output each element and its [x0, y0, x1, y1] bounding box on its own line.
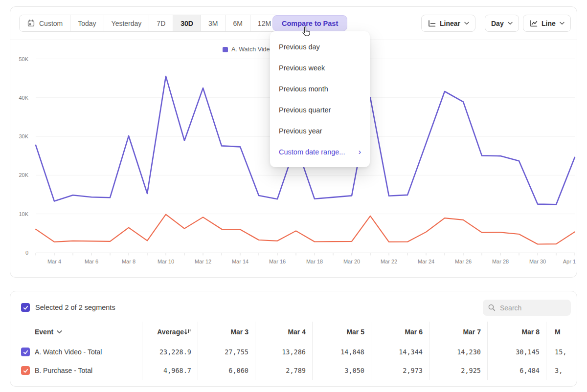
table-row: A. Watch Video - Total23,228.927,75513,2…: [10, 343, 577, 361]
range-label: Custom: [39, 20, 63, 27]
range-label: 30D: [181, 20, 193, 27]
chevron-right-icon: ›: [359, 148, 361, 156]
value-cell: 3,: [546, 367, 577, 374]
chevron-down-icon: [560, 22, 564, 25]
event-label: B. Purchase - Total: [35, 367, 92, 374]
chevron-down-icon: [57, 330, 62, 334]
column-header-average[interactable]: Average: [142, 328, 198, 336]
column-header-label: Average: [157, 328, 184, 336]
value-cell: 6,484: [487, 367, 546, 374]
value-cell: 3,050: [312, 367, 371, 374]
column-header-m[interactable]: M: [546, 328, 577, 336]
menu-item-previous-year[interactable]: Previous year: [270, 120, 370, 141]
range-label: 3M: [208, 20, 218, 27]
column-header-mar-4[interactable]: Mar 4: [255, 328, 312, 336]
value-cell: 6,060: [198, 367, 255, 374]
value-cell: 30,145: [487, 348, 546, 356]
column-header-label: Mar 7: [463, 328, 481, 336]
day-dropdown[interactable]: Day: [485, 15, 519, 32]
range-label: Yesterday: [112, 20, 142, 27]
linear-label: Linear: [440, 20, 460, 27]
column-separator: [487, 322, 488, 380]
range-button-custom[interactable]: Custom: [20, 15, 70, 31]
compare-to-past-button[interactable]: Compare to Past: [272, 15, 347, 31]
column-header-mar-8[interactable]: Mar 8: [487, 328, 546, 336]
row-checkbox[interactable]: [21, 366, 30, 375]
range-button-3m[interactable]: 3M: [201, 15, 226, 31]
search-icon: [488, 304, 496, 312]
column-separator: [255, 322, 255, 380]
value-cell: 2,925: [429, 367, 487, 374]
column-header-label: Mar 4: [288, 328, 306, 336]
value-cell: 14,230: [429, 348, 487, 356]
value-cell: 23,228.9: [142, 348, 198, 356]
line-chart-icon: [529, 20, 538, 27]
column-header-mar-5[interactable]: Mar 5: [312, 328, 371, 336]
select-all-checkbox[interactable]: [21, 303, 30, 312]
menu-item-previous-day[interactable]: Previous day: [270, 36, 370, 57]
value-cell: 2,789: [255, 367, 312, 374]
column-separator: [142, 322, 142, 380]
range-button-7d[interactable]: 7D: [149, 15, 173, 31]
line-chart-type-dropdown[interactable]: Line: [523, 15, 571, 32]
menu-item-previous-quarter[interactable]: Previous quarter: [270, 99, 370, 120]
chevron-down-icon: [508, 22, 513, 25]
custom-date-range-label: Custom date range...: [279, 148, 345, 156]
column-separator: [312, 322, 313, 380]
line-label: Line: [542, 20, 556, 27]
column-header-mar-6[interactable]: Mar 6: [371, 328, 429, 336]
range-label: Today: [78, 20, 96, 27]
range-button-today[interactable]: Today: [70, 15, 104, 31]
value-cell: 2,973: [371, 367, 429, 374]
column-header-label: Mar 6: [405, 328, 423, 336]
column-separator: [546, 322, 546, 380]
event-column-header[interactable]: Event: [10, 328, 142, 336]
date-range-group: CustomTodayYesterday7D30D3M6M12M: [19, 15, 279, 32]
menu-item-previous-week[interactable]: Previous week: [270, 57, 370, 78]
legend-swatch: [223, 47, 228, 52]
column-header-label: Mar 3: [230, 328, 248, 336]
compare-to-past-menu: Previous dayPrevious weekPrevious monthP…: [270, 31, 370, 167]
segments-header: Selected 2 of 2 segments: [10, 291, 577, 321]
day-label: Day: [491, 20, 504, 27]
range-button-yesterday[interactable]: Yesterday: [104, 15, 150, 31]
column-header-label: Event: [35, 328, 53, 336]
value-cell: 27,755: [198, 348, 255, 356]
column-separator: [429, 322, 429, 380]
range-label: 6M: [233, 20, 242, 27]
table-header-row: EventAverageMar 3Mar 4Mar 5Mar 6Mar 7Mar…: [10, 324, 577, 340]
column-header-label: Mar 8: [521, 328, 540, 336]
menu-item-previous-month[interactable]: Previous month: [270, 78, 370, 99]
range-button-30d[interactable]: 30D: [173, 15, 201, 31]
column-separator: [371, 322, 371, 380]
compare-to-past-label: Compare to Past: [282, 20, 338, 27]
event-cell: B. Purchase - Total: [10, 366, 142, 375]
menu-item-custom-date-range[interactable]: Custom date range... ›: [270, 141, 370, 162]
search-box: [483, 300, 571, 316]
range-label: 7D: [157, 20, 165, 27]
range-label: 12M: [258, 20, 271, 27]
event-cell: A. Watch Video - Total: [10, 348, 142, 356]
column-separator: [198, 322, 198, 380]
check-icon: [23, 305, 29, 311]
sort-descending-icon: [184, 328, 191, 335]
selected-summary: Selected 2 of 2 segments: [35, 304, 115, 311]
column-header-mar-3[interactable]: Mar 3: [198, 328, 255, 336]
range-button-6m[interactable]: 6M: [226, 15, 250, 31]
linear-dropdown[interactable]: Linear: [421, 15, 475, 32]
search-input[interactable]: [500, 304, 564, 312]
column-header-label: M: [555, 328, 561, 336]
column-header-mar-7[interactable]: Mar 7: [429, 328, 487, 336]
value-cell: 14,848: [312, 348, 371, 356]
value-cell: 13,286: [255, 348, 312, 356]
axis-scale-icon: [428, 20, 436, 27]
value-cell: 15,: [546, 348, 577, 356]
chart-line-b: [36, 215, 575, 244]
chevron-down-icon: [464, 22, 469, 25]
segments-card: Selected 2 of 2 segments EventAverageMar…: [10, 291, 577, 387]
row-checkbox[interactable]: [21, 348, 30, 356]
column-header-label: Mar 5: [346, 328, 364, 336]
table-row: B. Purchase - Total4,968.76,0602,7893,05…: [10, 361, 577, 380]
value-cell: 14,344: [371, 348, 429, 356]
value-cell: 4,968.7: [142, 367, 198, 374]
